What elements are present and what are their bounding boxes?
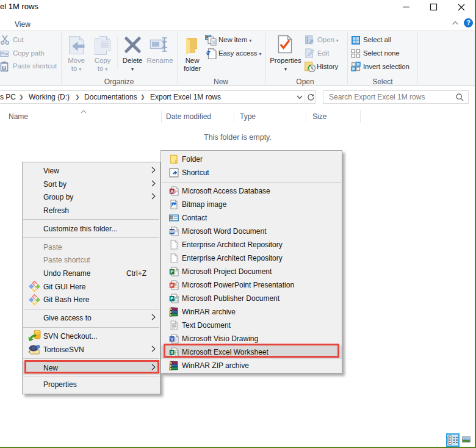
svg-text:V: V xyxy=(170,336,173,342)
svg-text:P: P xyxy=(170,283,173,288)
svg-text:P: P xyxy=(170,269,173,275)
svg-text:A: A xyxy=(170,189,174,194)
svg-text:W: W xyxy=(170,229,174,234)
svg-text:P: P xyxy=(170,296,173,302)
